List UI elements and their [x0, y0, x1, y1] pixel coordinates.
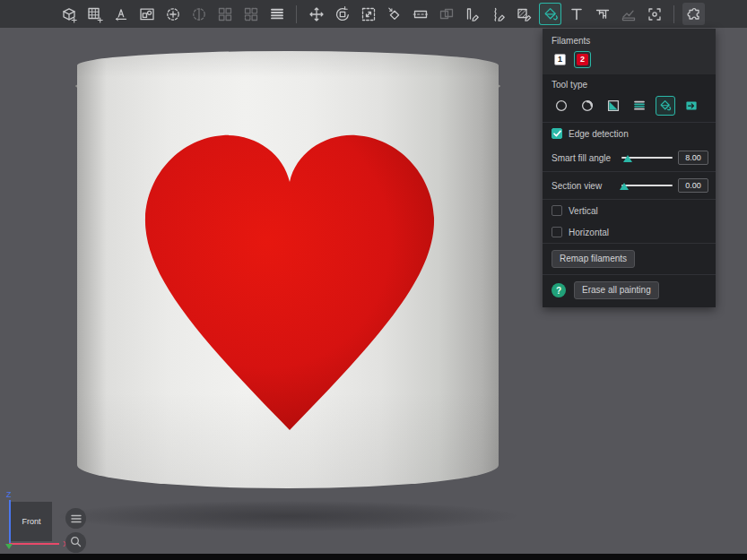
sphere-tool-icon[interactable] [578, 96, 597, 116]
section-view-slider[interactable] [621, 180, 673, 191]
gap-fill-tool-icon[interactable] [682, 96, 701, 116]
panel-footer-row: ? Erase all painting [543, 275, 716, 307]
horizontal-checkbox[interactable] [552, 227, 562, 237]
color-painting-panel: Filaments 12 Tool type Edge detection Sm… [543, 29, 716, 307]
split-circle-plus-icon[interactable] [161, 3, 184, 25]
horizontal-row[interactable]: Horizontal [543, 221, 716, 243]
smart-fill-angle-label: Smart fill angle [552, 153, 616, 163]
color-painting-icon[interactable] [539, 3, 561, 25]
split-to-objects-icon [213, 3, 236, 25]
remap-filaments-button[interactable]: Remap filaments [552, 250, 635, 268]
vertical-row[interactable]: Vertical [543, 200, 716, 221]
auto-orient-icon[interactable] [109, 3, 132, 25]
split-circle-icon [187, 3, 210, 25]
measure-icon[interactable] [591, 3, 613, 25]
move-icon[interactable] [305, 3, 327, 25]
cylinder-shadow [59, 501, 517, 531]
toolbar-separator [296, 5, 297, 23]
remap-row: Remap filaments [543, 244, 716, 274]
smart-fill-angle-slider[interactable] [621, 152, 673, 163]
section-view-row: Section view [543, 172, 716, 199]
filament-number: 1 [554, 54, 566, 65]
section-view-label: Section view [552, 181, 616, 191]
view-cube-front[interactable]: Front [11, 502, 52, 541]
edge-detection-row[interactable]: Edge detection [543, 123, 716, 144]
slider-track [621, 185, 673, 186]
filament-swatch-1[interactable]: 1 [552, 51, 569, 68]
slider-handle[interactable] [623, 155, 632, 162]
toolbar [0, 0, 747, 28]
hamburger-icon [71, 511, 82, 527]
cut-icon[interactable] [409, 3, 431, 25]
filament-number: 2 [577, 54, 588, 65]
height-range-tool-icon[interactable] [630, 96, 649, 116]
filament-swatch-2[interactable]: 2 [574, 51, 591, 68]
vertical-label: Vertical [569, 206, 598, 216]
edge-detection-checkbox[interactable] [552, 128, 562, 139]
text-icon[interactable] [565, 3, 587, 25]
split-to-parts-icon [239, 3, 262, 25]
x-axis-line [9, 543, 59, 545]
slider-handle[interactable] [620, 183, 629, 190]
search-button[interactable] [65, 532, 86, 553]
place-on-face-icon[interactable] [383, 3, 405, 25]
bottom-strip [0, 554, 747, 560]
variable-layer-height-icon[interactable] [265, 3, 288, 25]
section-view-value[interactable] [678, 178, 708, 193]
filaments-label: Filaments [552, 36, 707, 46]
triangle-tool-icon[interactable] [604, 96, 623, 116]
erase-all-painting-button[interactable]: Erase all painting [574, 281, 659, 299]
painted-heart[interactable] [131, 125, 448, 436]
horizontal-label: Horizontal [569, 228, 609, 237]
fill-tool-icon[interactable] [656, 96, 675, 116]
assembly-view-icon[interactable] [682, 3, 705, 25]
front-face-label: Front [22, 517, 40, 526]
mesh-boolean-icon [435, 3, 457, 25]
rotate-icon[interactable] [331, 3, 353, 25]
application-window: Z Front X Filaments [0, 0, 747, 560]
support-painting-icon[interactable] [461, 3, 483, 25]
smart-fill-angle-row: Smart fill angle [543, 144, 716, 171]
filaments-section: Filaments 12 [543, 29, 716, 74]
tool-type-label: Tool type [552, 80, 707, 90]
view-menu-button[interactable] [65, 508, 86, 529]
arrange-icon[interactable] [135, 3, 158, 25]
vertical-checkbox[interactable] [552, 205, 562, 216]
add-plate-icon[interactable] [83, 3, 106, 25]
toolbar-separator [673, 5, 674, 23]
edge-detection-label: Edge detection [569, 129, 629, 139]
calibration-icon [617, 3, 639, 25]
add-object-icon[interactable] [57, 3, 80, 25]
check-icon [553, 130, 561, 137]
tool-type-section: Tool type [543, 74, 716, 122]
seam-painting-icon[interactable] [487, 3, 509, 25]
search-icon [70, 535, 82, 551]
y-axis-arrow-icon [5, 544, 13, 549]
filament-list: 12 [552, 50, 707, 68]
tool-type-list [552, 96, 707, 116]
circle-tool-icon[interactable] [552, 96, 571, 116]
smart-fill-angle-value[interactable] [678, 151, 708, 165]
fuzzy-skin-painting-icon[interactable] [513, 3, 535, 25]
help-icon[interactable]: ? [552, 283, 566, 297]
emboss-frame-icon[interactable] [643, 3, 665, 25]
scale-icon[interactable] [357, 3, 379, 25]
z-axis-label: Z [6, 490, 12, 499]
